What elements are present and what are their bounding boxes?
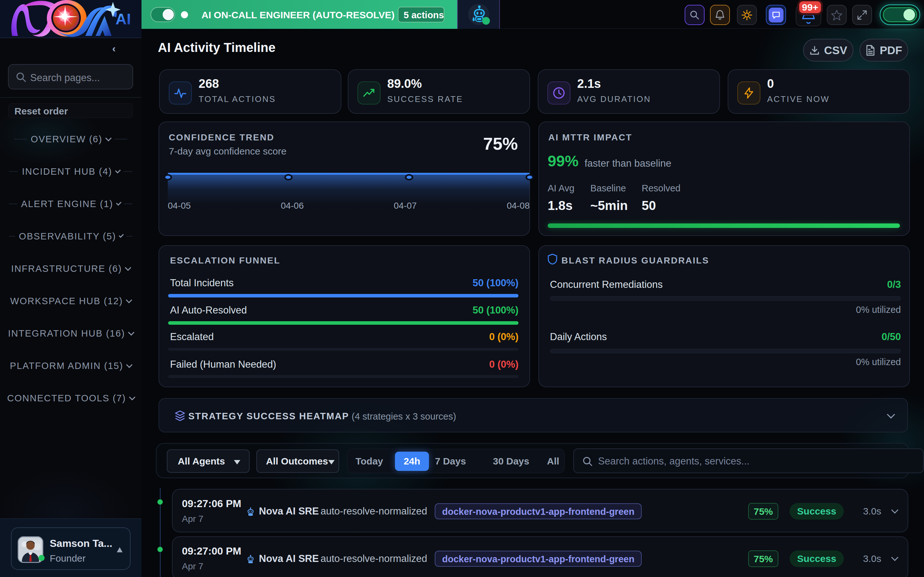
svg-text:AI: AI xyxy=(115,11,131,27)
